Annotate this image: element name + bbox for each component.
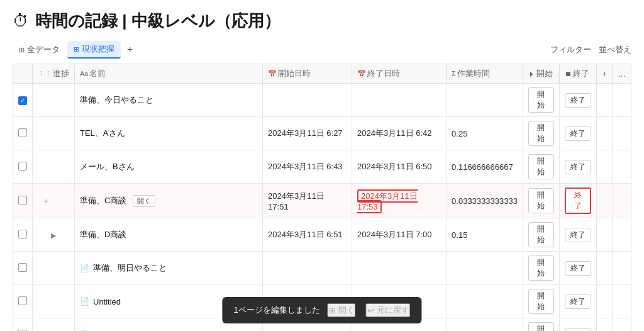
dots-cell [613,184,631,218]
toast-notification: 1ページを編集しました ⊞ 開く ↩ 元に戻す [222,297,421,323]
end-btn-cell: 終了 [559,117,596,150]
end-date-cell: 2024年3月11日 7:00 [352,218,446,252]
sort-button[interactable]: 並べ替え [599,44,631,55]
th-checkbox [13,64,33,84]
drag-cell [33,150,75,184]
start-button[interactable]: 開始 [528,322,554,331]
drag-cell [33,318,75,332]
toast-actions: ⊞ 開く ↩ 元に戻す [328,303,411,317]
start-button[interactable]: 開始 [528,289,554,314]
file-icon: 📄 [80,297,89,306]
start-btn-cell: 開始 [523,117,559,150]
drag-cell [33,84,75,117]
end-btn-cell: 終了 [559,184,596,218]
checkbox-cell [13,318,33,332]
start-btn-cell: 開始 [523,84,559,117]
data-table: ⋮⋮進捗 Aa名前 📅開始日時 📅終了日時 Σ作業時間 [13,64,631,331]
start-date-cell: 2024年3月11日 6:43 [263,150,352,184]
grid-icon-all: ⊞ [19,46,25,54]
row-name[interactable]: Untitled [93,297,121,306]
tab-all-label: 全データ [27,44,60,55]
th-plus: + [597,64,613,84]
end-button[interactable]: 終了 [565,261,591,276]
row-name[interactable]: 準備、明日やること [93,262,167,274]
plus-cell [597,285,613,318]
inline-open-button[interactable]: 開く [133,195,155,207]
end-date-cell: 2024年3月11日 17:53 [352,184,446,218]
end-btn-cell: 終了 [559,318,596,332]
end-button[interactable]: 終了 [565,93,591,108]
end-button[interactable]: 終了 [565,160,591,174]
th-end-date: 📅終了日時 [352,64,446,84]
timer-icon: ⏱ [13,11,29,31]
start-btn-cell: 開始 [523,318,559,332]
filter-button[interactable]: フィルター [550,44,591,55]
row-checkbox[interactable] [18,230,27,238]
drag-icon: ⋮⋮ [50,198,64,205]
th-start-btn: ⏵開始 [523,64,559,84]
page-header: ⏱ 時間の記録 | 中級レベル（応用） [13,10,631,32]
table-row: +⋮⋮準備、C商談開く2024年3月11日 17:512024年3月11日 17… [13,184,631,218]
row-name[interactable]: 準備、今日やること [80,94,153,106]
start-date-cell [263,84,352,117]
page-title: 時間の記録 | 中級レベル（応用） [35,10,280,32]
row-name[interactable]: メール、Bさん [80,161,135,172]
toast-open-button[interactable]: ⊞ 開く [328,303,356,317]
end-button[interactable]: 終了 [565,295,591,309]
row-checkbox[interactable] [18,196,27,205]
toolbar-tabs: ⊞ 全データ ⊞ 現状把握 + [13,41,138,59]
end-btn-cell: 終了 [559,84,596,117]
add-row-icon[interactable]: + [43,197,48,206]
row-checkbox[interactable] [18,162,27,171]
table-row: ✓準備、今日やること開始終了 [13,84,631,117]
end-button[interactable]: 終了 [565,228,591,242]
th-drag: ⋮⋮進捗 [33,64,75,84]
end-button[interactable]: 終了 [565,126,591,141]
start-button[interactable]: 開始 [528,188,554,213]
start-button[interactable]: 開始 [528,121,554,146]
table-row: TEL、Aさん2024年3月11日 6:272024年3月11日 6:420.2… [13,117,631,150]
start-btn-cell: 開始 [523,218,559,252]
start-btn-cell: 開始 [523,150,559,184]
plus-cell [597,84,613,117]
row-name[interactable]: 準備、D商談 [80,229,126,240]
row-name[interactable]: TEL、Aさん [80,128,125,139]
row-checkbox[interactable] [18,128,27,137]
work-time-cell: 0.15 [447,218,523,252]
add-view-button[interactable]: + [122,42,138,58]
tab-all[interactable]: ⊞ 全データ [13,42,66,58]
checkbox-cell [13,150,33,184]
name-cell: 準備、C商談開く [75,184,263,218]
dots-cell [613,150,631,184]
row-checkbox[interactable]: ✓ [18,96,27,105]
start-btn-cell: 開始 [523,184,559,218]
start-btn-cell: 開始 [523,252,559,285]
start-button[interactable]: 開始 [528,222,554,247]
table-header-row: ⋮⋮進捗 Aa名前 📅開始日時 📅終了日時 Σ作業時間 [13,64,631,84]
start-button[interactable]: 開始 [528,87,554,113]
start-button[interactable]: 開始 [528,255,554,281]
row-checkbox[interactable] [18,263,27,272]
start-date-cell [263,252,352,285]
toast-undo-label: 元に戻す [377,305,409,316]
row-checkbox[interactable] [18,296,27,305]
end-date-cell: 2024年3月11日 6:42 [352,117,446,150]
start-button[interactable]: 開始 [528,154,554,179]
start-date-cell: 2024年3月11日 6:51 [263,218,352,252]
toast-message: 1ページを編集しました [233,305,319,316]
end-button[interactable]: 終了 [565,188,591,214]
end-date-cell [352,84,446,117]
th-start-date: 📅開始日時 [263,64,352,84]
start-date-cell: 2024年3月11日 17:51 [263,184,352,218]
end-button[interactable]: 終了 [565,328,591,332]
row-name[interactable]: 準備、C商談 [80,195,126,206]
checkbox-cell [13,117,33,150]
expand-icon[interactable]: ▶ [51,232,56,239]
checkbox-cell [13,184,33,218]
toast-open-icon: ⊞ [329,306,336,315]
tab-current[interactable]: ⊞ 現状把握 [67,41,121,59]
dots-cell [613,252,631,285]
work-time-cell [447,318,523,332]
toast-undo-button[interactable]: ↩ 元に戻す [366,303,411,317]
th-work-time: Σ作業時間 [447,64,523,84]
